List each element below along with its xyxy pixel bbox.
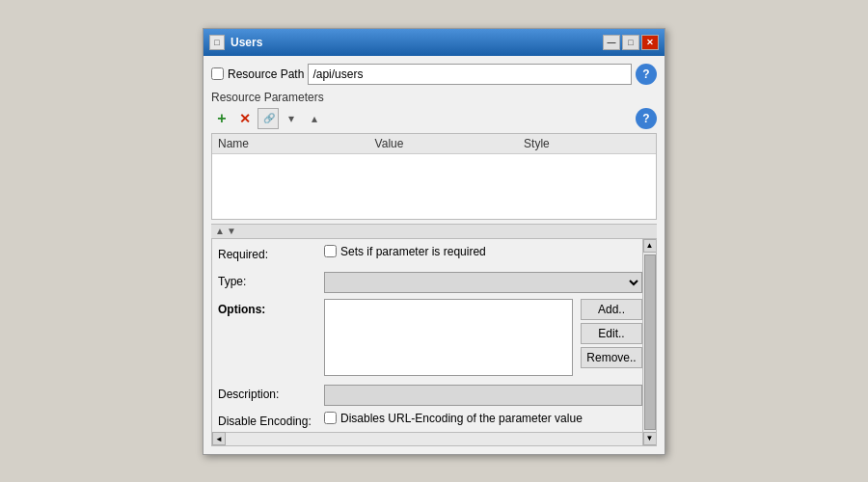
options-content: Add.. Edit.. Remove.. [324, 299, 642, 379]
minimize-button[interactable]: — [603, 35, 620, 50]
divider-handle[interactable]: ▲ ▼ [211, 224, 657, 239]
resource-path-checkbox[interactable] [211, 67, 224, 80]
type-row: Type: [218, 272, 642, 293]
description-row: Description: [218, 385, 642, 406]
maximize-button[interactable]: □ [622, 35, 639, 50]
window-title: Users [231, 36, 603, 49]
add-parameter-button[interactable]: + [211, 108, 232, 129]
remove-parameter-button[interactable]: ✕ [234, 108, 256, 129]
title-bar-controls: — □ ✕ [603, 35, 659, 50]
table-header-row: Name Value Style [212, 134, 656, 154]
disable-encoding-row: Disable Encoding: Disables URL-Encoding … [218, 412, 642, 432]
disable-encoding-checkbox[interactable] [324, 412, 337, 424]
parameters-help-button[interactable]: ? [636, 108, 657, 129]
options-buttons: Add.. Edit.. Remove.. [581, 299, 642, 368]
h-scroll-track [226, 433, 642, 444]
lower-panel: ▲ ▼ Required: Sets if parameter is requi… [211, 239, 657, 446]
parameters-table: Name Value Style [212, 134, 656, 154]
required-checkbox[interactable] [324, 245, 337, 257]
col-name: Name [212, 134, 369, 154]
disable-encoding-label: Disable Encoding: [218, 412, 324, 428]
resource-path-input[interactable] [308, 64, 632, 85]
resource-parameters-label: Resource Parameters [211, 91, 657, 104]
disable-encoding-wrap: Disables URL-Encoding of the parameter v… [324, 412, 583, 425]
vertical-scrollbar[interactable]: ▲ ▼ [642, 239, 656, 445]
window-icon: □ [209, 35, 225, 50]
parameters-table-container: Name Value Style [211, 133, 657, 220]
main-window: □ Users — □ ✕ Resource Path ? Resource P… [203, 28, 665, 455]
horizontal-scrollbar[interactable]: ◄ ► [212, 432, 656, 445]
resource-path-help-button[interactable]: ? [636, 64, 657, 85]
add-option-button[interactable]: Add.. [581, 299, 642, 320]
description-label: Description: [218, 385, 324, 401]
disable-encoding-text: Disables URL-Encoding of the parameter v… [340, 412, 583, 425]
window-body: Resource Path ? Resource Parameters + ✕ … [203, 56, 665, 454]
options-label: Options: [218, 299, 324, 316]
required-content: Sets if parameter is required [324, 245, 642, 258]
type-content [324, 272, 642, 293]
required-checkbox-wrap: Sets if parameter is required [324, 245, 486, 258]
close-button[interactable]: ✕ [641, 35, 659, 50]
resource-path-label[interactable]: Resource Path [211, 67, 304, 81]
disable-encoding-content: Disables URL-Encoding of the parameter v… [324, 412, 642, 425]
options-textarea-wrap [324, 299, 573, 379]
resource-path-row: Resource Path ? [211, 64, 657, 85]
title-bar: □ Users — □ ✕ [203, 29, 665, 56]
edit-option-button[interactable]: Edit.. [581, 323, 642, 344]
url-icon: 🔗 [263, 113, 274, 123]
options-row: Options: Add.. Edit.. Remove.. [218, 299, 642, 379]
divider-up-arrow: ▲ [215, 226, 225, 236]
scroll-thumb[interactable] [644, 254, 656, 430]
lower-panel-content: Required: Sets if parameter is required … [212, 239, 642, 432]
col-value: Value [369, 134, 518, 154]
description-content [324, 385, 642, 406]
scroll-up-button[interactable]: ▲ [643, 239, 657, 253]
required-label: Required: [218, 245, 324, 261]
scroll-left-button[interactable]: ◄ [212, 432, 226, 445]
up-arrow-button[interactable]: ▴ [304, 108, 325, 129]
type-label: Type: [218, 272, 324, 288]
col-style: Style [518, 134, 656, 154]
url-icon-button[interactable]: 🔗 [258, 108, 279, 129]
down-arrow-button[interactable]: ▾ [281, 108, 302, 129]
required-text: Sets if parameter is required [340, 245, 486, 258]
description-input[interactable] [324, 385, 642, 406]
divider-down-arrow: ▼ [227, 226, 236, 236]
options-textarea[interactable] [324, 299, 573, 376]
remove-option-button[interactable]: Remove.. [581, 347, 642, 368]
required-row: Required: Sets if parameter is required [218, 245, 642, 266]
type-select[interactable] [324, 272, 642, 293]
scroll-down-button[interactable]: ▼ [643, 432, 657, 445]
parameters-toolbar: + ✕ 🔗 ▾ ▴ ? [211, 108, 657, 129]
